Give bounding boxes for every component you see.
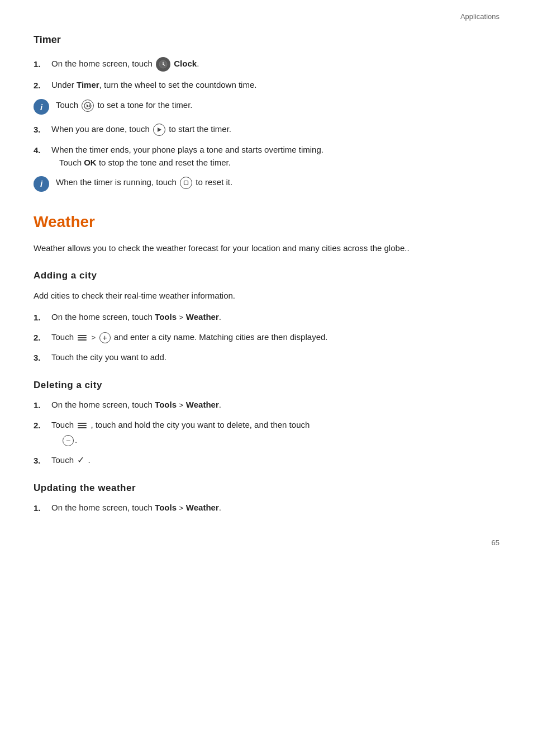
svg-rect-6 [184, 181, 188, 185]
plus-circle-icon: + [99, 332, 111, 343]
deleting-city-step-3-text: Touch ✓ . [51, 453, 91, 467]
page-header: Applications [34, 11, 499, 22]
timer-step-4-sub: Touch OK to stop the tone and reset the … [51, 156, 323, 169]
deleting-city-step-1: 1. On the home screen, touch Tools > Wea… [34, 398, 499, 412]
weather-description: Weather allows you to check the weather … [34, 242, 499, 255]
reset-icon [180, 177, 192, 189]
timer-step-2-text: Under Timer, turn the wheel to set the c… [51, 78, 256, 91]
adding-city-step-3: 3. Touch the city you want to add. [34, 351, 499, 364]
page-footer: 65 [34, 537, 499, 549]
timer-step-3-num: 3. [34, 122, 49, 136]
menu-lines-icon [78, 335, 87, 341]
timer-step-3-text: When you are done, touch to start the ti… [51, 122, 231, 136]
timer-step-4-num: 4. [34, 143, 49, 157]
deleting-city-step-2-num: 2. [34, 418, 49, 432]
adding-city-step-2: 2. Touch > + and enter a city name. Matc… [34, 330, 499, 344]
deleting-city-title: Deleting a city [34, 378, 499, 393]
minus-circle-icon: − [63, 435, 74, 446]
deleting-city-step-3: 3. Touch ✓ . [34, 453, 499, 467]
adding-city-step-1: 1. On the home screen, touch Tools > Wea… [34, 310, 499, 324]
play-icon [153, 124, 165, 136]
adding-city-step-3-num: 3. [34, 351, 49, 364]
timer-step-2: 2. Under Timer, turn the wheel to set th… [34, 78, 499, 92]
weather-section-title: Weather [34, 210, 499, 234]
timer-info-2: i When the timer is running, touch to re… [34, 176, 499, 192]
deleting-city-step-1-num: 1. [34, 398, 49, 412]
menu-lines-icon-2 [78, 423, 87, 428]
info-icon-1: i [34, 99, 49, 115]
timer-step-1: 1. On the home screen, touch Clock. [34, 57, 499, 72]
svg-point-3 [163, 64, 164, 65]
check-icon: ✓ [77, 453, 84, 467]
deleting-city-step-2-text: Touch , touch and hold the city you want… [51, 418, 310, 447]
adding-city-description: Add cities to check their real-time weat… [34, 289, 499, 303]
timer-step-1-num: 1. [34, 57, 49, 70]
updating-weather-title: Updating the weather [34, 481, 499, 495]
adding-city-title: Adding a city [34, 268, 499, 283]
updating-weather-step-1-num: 1. [34, 501, 49, 514]
timer-section-title: Timer [34, 32, 499, 48]
adding-city-step-1-text: On the home screen, touch Tools > Weathe… [51, 310, 221, 323]
timer-step-1-text: On the home screen, touch Clock. [51, 57, 199, 72]
timer-info-1: i Touch to set a tone for the timer. [34, 98, 499, 115]
deleting-city-step-1-text: On the home screen, touch Tools > Weathe… [51, 398, 221, 411]
clock-app-icon [156, 57, 170, 72]
adding-city-step-2-text: Touch > + and enter a city name. Matchin… [51, 330, 327, 343]
tone-icon [82, 100, 94, 112]
timer-step-2-num: 2. [34, 78, 49, 92]
header-label: Applications [460, 12, 499, 21]
updating-weather-step-1-text: On the home screen, touch Tools > Weathe… [51, 501, 221, 514]
adding-city-step-1-num: 1. [34, 310, 49, 324]
adding-city-step-2-num: 2. [34, 330, 49, 344]
deleting-city-step-2: 2. Touch , touch and hold the city you w… [34, 418, 499, 447]
page-number: 65 [492, 538, 499, 547]
adding-city-step-3-text: Touch the city you want to add. [51, 351, 166, 363]
svg-marker-5 [158, 127, 161, 132]
timer-step-3: 3. When you are done, touch to start the… [34, 122, 499, 136]
timer-step-4-text: When the timer ends, your phone plays a … [51, 143, 323, 169]
updating-weather-step-1: 1. On the home screen, touch Tools > Wea… [34, 501, 499, 514]
timer-step-4: 4. When the timer ends, your phone plays… [34, 143, 499, 169]
timer-info-2-text: When the timer is running, touch to rese… [56, 176, 232, 189]
info-icon-2: i [34, 176, 49, 192]
timer-info-1-text: Touch to set a tone for the timer. [56, 98, 192, 112]
deleting-city-step-3-num: 3. [34, 453, 49, 467]
